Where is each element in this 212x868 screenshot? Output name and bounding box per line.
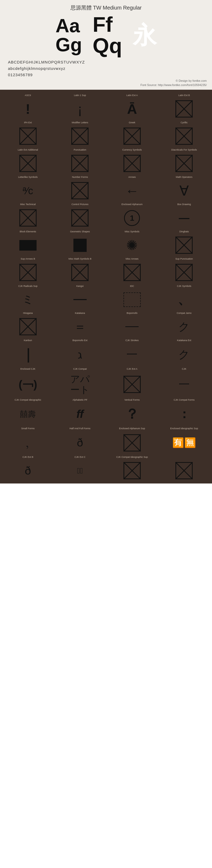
cell-katakana: Katakana ＝ [54,310,106,337]
preview-qq: Qq [92,35,122,56]
cell-cjk-compat-forms: CJK Compat Forms ： [158,397,210,425]
preview-large: Aa Gg Ff Qq 永 [5,14,207,56]
black-square-icon [73,239,87,252]
cell-geometric-shapes: Geometric Shapes [54,229,106,255]
cell-cjk-ext-a: CJK Ext A [106,366,158,396]
cell-kanbun: Kanbun ｜ [2,337,54,366]
cell-kangxi: Kangxi [54,283,106,310]
placeholder-icon [19,264,36,281]
cell-misc-math-symbols-b: Misc Math Symbols B [54,256,106,283]
cell-modifier-letters: Modifier Letters [54,120,106,146]
cell-sup-punctuation: Sup Punctuation [158,256,210,283]
cell-math-operators: Math Operators ∀ [158,174,210,201]
cell-greek: Greek [106,120,158,146]
cell-diacriticals: Diacriticals For Symbols [158,147,210,174]
cell-cjk-strokes: CJK Strokes 一 [106,337,158,366]
cell-cjk-ext-b: CJK Ext B ð [2,454,54,481]
cell-block-elements: Block Elements [2,229,54,255]
placeholder-icon [71,128,88,145]
placeholder-icon [176,128,193,145]
placeholder-icon [71,155,88,172]
cell-ascii: ASCII ! [2,92,54,119]
placeholder-icon [19,318,36,335]
cell-empty [158,454,210,481]
placeholder-icon [176,237,193,254]
preview-latin-right: Ff Qq [92,14,122,56]
cell-misc-technical: Misc Technical [2,202,54,228]
placeholder-icon [71,264,88,281]
cell-ipa-ext: IPA Ext [2,120,54,146]
placeholder-icon [71,182,88,199]
dashed-box-icon [124,292,141,307]
dash-thin-icon [125,326,139,327]
cell-compat-jamo: Compat Jamo ク [158,310,210,337]
placeholder-icon [176,155,193,172]
cell-idc: IDC [106,283,158,310]
cell-control-pictures: Control Pictures [54,202,106,228]
copyright: © Design by fontke.com [5,79,207,82]
cell-cjk-compat-ideographic-sup: CJK Compat Ideographic Sup [106,454,158,481]
character-grid: ASCII ! Latin 1 Sup ¡ Latin Ext A Ā Lati… [2,92,210,481]
cell-letterlike: Letterlike Symbols ª⁄c [2,174,54,201]
header-section: 思源黑體 TW Medium Regular Aa Gg Ff Qq 永 ABC… [0,0,212,90]
placeholder-icon [19,155,36,172]
cell-alphabetic-pf: Alphabetic PF ff [54,397,106,425]
cell-enclosed-ideographic-sup: Enclosed Ideographic Sup 🈶🈚 [158,426,210,454]
placeholder-icon [19,128,36,145]
cell-box-drawing: Box Drawing — [158,202,210,228]
cell-enclosed-alphanum-sup: Enclosed Alphanum Sup [106,426,158,454]
placeholder-icon [124,128,141,145]
placeholder-icon [124,264,141,281]
font-source: Font Source: http://www.fontke.com/font/… [5,83,207,87]
preview-gg: Gg [55,35,82,54]
placeholder-icon [124,434,141,452]
cell-bopomofo-ext: Bopomofo Ext ג [54,337,106,366]
preview-aa: Aa [55,16,80,35]
cell-arrows: Arrows ← [106,174,158,201]
cell-cyrillic: Cyrillic [158,120,210,146]
grid-section: ASCII ! Latin 1 Sup ¡ Latin Ext A Ā Lati… [0,90,212,484]
placeholder-icon [19,209,36,226]
cell-latin-ext-additional: Latin Ext Additional [2,147,54,174]
cell-latin-ext-a: Latin Ext A Ā [106,92,158,119]
cell-hiragana: Hiragana [2,310,54,337]
digits: 0123456789 [5,72,207,78]
cell-enclosed-alphanum: Enclosed Alphanum 1 [106,202,158,228]
cell-number-forms: Number Forms [54,174,106,201]
black-rect-icon [19,240,36,251]
cell-half-full-forms: Half And Full Forms ð [54,426,106,454]
preview-ff: Ff [92,14,113,35]
cell-dingbats: Dingbats [158,229,210,255]
cell-punctuation: Punctuation [54,147,106,174]
alphabet-upper: ABCDEFGHIJKLMNOPQRSTUVWXYZ [5,59,207,65]
placeholder-icon [124,376,141,393]
cell-cjk-ext-c: CJK Ext C 𪜶𫖯 [54,454,106,481]
cell-cjk-compat-ideographic: CJK Compat Ideographic 囍壽 [2,397,54,425]
cell-sup-arrows-b: Sup Arrows B [2,256,54,283]
placeholder-icon [176,462,193,479]
cell-cjk: CJK 一 [158,366,210,396]
cell-katakana-ext: Katakana Ext ク [158,337,210,366]
cell-cjk-radicals-sup: CJK Radicals Sup ミ [2,283,54,310]
cell-latin-ext-b: Latin Ext B [158,92,210,119]
font-title: 思源黑體 TW Medium Regular [5,4,207,11]
cell-enclosed-cjk: Enclosed CJK (￢) [2,366,54,396]
cell-misc-arrows: Misc Arrows [106,256,158,283]
cell-latin1sup: Latin 1 Sup ¡ [54,92,106,119]
cell-small-forms: Small Forms ﹐ [2,426,54,454]
cell-misc-symbols: Misc Symbols ✺ [106,229,158,255]
dash-long-icon [73,299,87,300]
alphabet-lower: abcdefghijklmnopqrstuvwxyz [5,65,207,72]
placeholder-icon [71,209,88,226]
cell-cjk-symbols: CJK Symbols 、 [158,283,210,310]
cell-vertical-forms: Vertical Forms ？ [106,397,158,425]
cell-cjk-compat: CJK Compat アパート [54,366,106,396]
preview-cjk: 永 [133,23,157,47]
preview-latin-left: Aa Gg [55,16,82,54]
placeholder-icon [124,462,141,479]
cell-currency-symbols: Currency Symbols [106,147,158,174]
placeholder-icon [176,264,193,281]
cell-bopomofo: Bopomofo [106,310,158,337]
placeholder-icon [176,100,193,118]
placeholder-icon [124,155,141,172]
